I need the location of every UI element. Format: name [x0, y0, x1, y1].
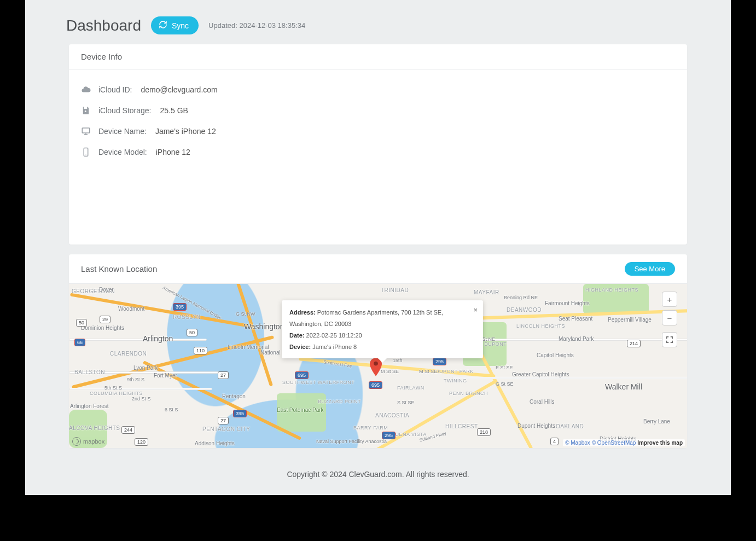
- sync-button[interactable]: Sync: [151, 16, 199, 34]
- svg-point-2: [85, 155, 86, 156]
- page-header: Dashboard Sync Updated: 2024-12-03 18:35…: [69, 16, 687, 34]
- location-card: Last Known Location See More: [69, 254, 687, 448]
- updated-text: Updated: 2024-12-03 18:35:34: [208, 21, 305, 30]
- map-attribution: © Mapbox © OpenStreetMap Improve this ma…: [563, 439, 685, 446]
- map-controls: + −: [662, 292, 677, 347]
- zoom-in-button[interactable]: +: [662, 292, 677, 307]
- cloud-icon: [81, 85, 91, 95]
- row-icloud-id: iCloud ID: demo@clevguard.com: [81, 79, 675, 100]
- row-device-model: Device Model: iPhone 12: [81, 142, 675, 162]
- phone-icon: [81, 147, 91, 157]
- page-title: Dashboard: [66, 17, 141, 34]
- icloud-id-value: demo@clevguard.com: [141, 85, 217, 94]
- zoom-out-button[interactable]: −: [662, 310, 677, 325]
- device-info-card: Device Info iCloud ID: demo@clevguard.co…: [69, 44, 687, 245]
- row-icloud-storage: iCloud Storage: 25.5 GB: [81, 100, 675, 121]
- see-more-button[interactable]: See More: [625, 262, 675, 276]
- footer-text: Copyright © 2024 ClevGuard.com. All righ…: [25, 458, 731, 484]
- device-model-value: iPhone 12: [156, 148, 190, 156]
- device-info-title: Device Info: [81, 52, 122, 61]
- row-device-name: Device Name: Jame's iPhone 12: [81, 121, 675, 142]
- save-icon: [81, 106, 91, 115]
- monitor-icon: [81, 126, 91, 136]
- fullscreen-button[interactable]: [662, 332, 677, 347]
- map-lbl-arlington: Arlington: [143, 334, 173, 343]
- attr-osm[interactable]: © OpenStreetMap: [592, 440, 636, 446]
- popup-close-icon[interactable]: ×: [473, 304, 478, 317]
- device-name-value: Jame's iPhone 12: [155, 127, 216, 136]
- attr-improve[interactable]: Improve this map: [637, 440, 683, 446]
- popup-device: Jame's iPhone 8: [312, 344, 357, 350]
- svg-point-3: [374, 362, 378, 366]
- mapbox-logo: mapbox: [72, 437, 104, 446]
- svg-rect-0: [82, 128, 90, 133]
- map[interactable]: Washington Arlington Walker Mill GEORGET…: [69, 284, 687, 448]
- popup-date: 2022-02-25 18:12:20: [306, 332, 362, 339]
- map-lbl-walkermill: Walker Mill: [605, 382, 642, 391]
- icloud-storage-value: 25.5 GB: [160, 106, 188, 115]
- location-title: Last Known Location: [81, 264, 157, 274]
- sync-icon: [159, 20, 167, 31]
- attr-mapbox[interactable]: © Mapbox: [565, 440, 590, 446]
- location-popup: × Address: Potomac Gardens Apartments, 7…: [282, 300, 483, 358]
- sync-label: Sync: [172, 21, 189, 30]
- map-lbl-washington: Washington: [244, 322, 284, 331]
- mapbox-mark-icon: [72, 437, 81, 446]
